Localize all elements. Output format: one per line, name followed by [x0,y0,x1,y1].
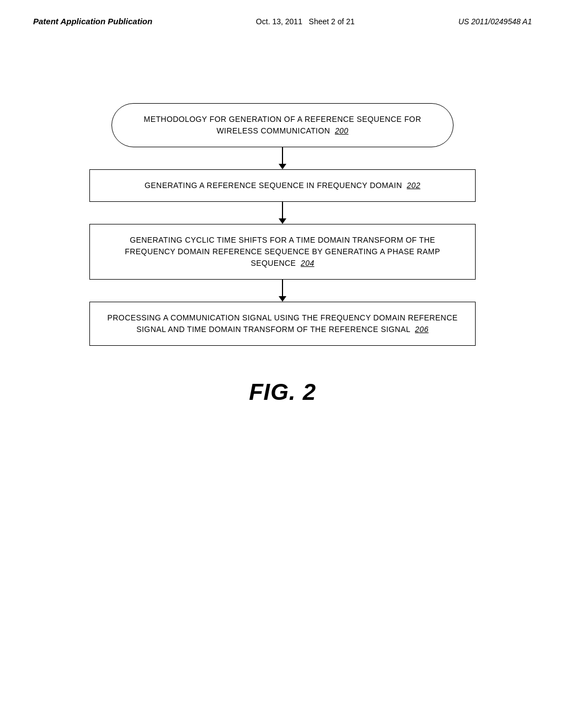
publication-date-sheet: Oct. 13, 2011 Sheet 2 of 21 [256,17,355,26]
page-header: Patent Application Publication Oct. 13, … [0,0,565,37]
arrow-3 [279,280,286,302]
arrow-head-2 [279,218,286,224]
arrow-2 [279,202,286,224]
publication-date: Oct. 13, 2011 [256,17,302,26]
node-204-text: GENERATING CYCLIC TIME SHIFTS FOR A TIME… [125,235,440,267]
node-start-number: 200 [335,126,349,135]
patent-number: US 2011/0249548 A1 [459,17,532,26]
flowchart-node-start: METHODOLOGY FOR GENERATION OF A REFERENC… [111,103,454,147]
node-202-number: 202 [407,181,420,190]
flowchart-node-206: PROCESSING A COMMUNICATION SIGNAL USING … [89,302,476,346]
figure-label: FIG. 2 [249,379,316,405]
arrow-line-1 [282,147,283,164]
publication-label: Patent Application Publication [33,17,152,26]
arrow-line-3 [282,280,283,296]
node-206-number: 206 [415,325,429,334]
node-start-text: METHODOLOGY FOR GENERATION OF A REFERENC… [144,115,422,135]
arrow-head-1 [279,164,286,169]
page-container: Patent Application Publication Oct. 13, … [0,0,565,728]
flowchart-node-204: GENERATING CYCLIC TIME SHIFTS FOR A TIME… [89,224,476,280]
arrow-line-2 [282,202,283,218]
node-202-text: GENERATING A REFERENCE SEQUENCE IN FREQU… [145,181,420,190]
node-206-text: PROCESSING A COMMUNICATION SIGNAL USING … [108,313,458,334]
arrow-head-3 [279,296,286,302]
node-204-number: 204 [301,259,315,267]
sheet-info: Sheet 2 of 21 [309,17,355,26]
main-content: METHODOLOGY FOR GENERATION OF A REFERENC… [0,81,565,427]
arrow-1 [279,147,286,169]
flowchart-node-202: GENERATING A REFERENCE SEQUENCE IN FREQU… [89,169,476,202]
flowchart: METHODOLOGY FOR GENERATION OF A REFERENC… [89,103,476,346]
